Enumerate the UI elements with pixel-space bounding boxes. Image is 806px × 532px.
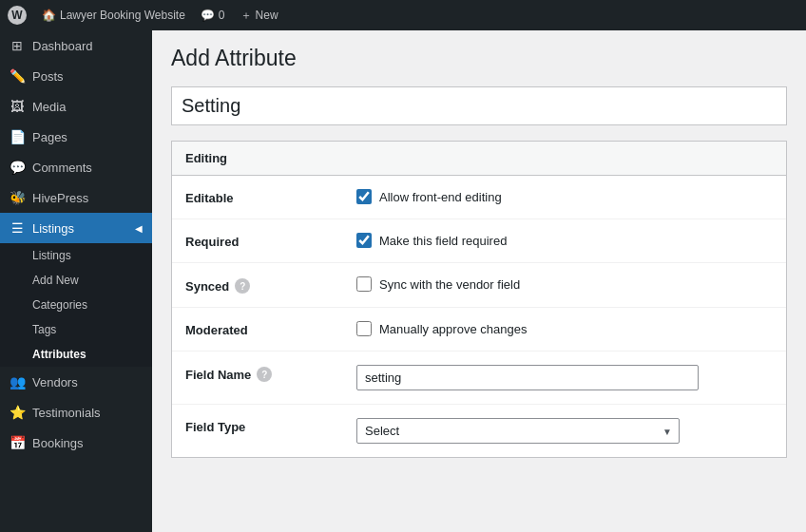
sidebar-item-label: Testimonials	[32, 406, 101, 420]
comments-link[interactable]: 💬 0	[201, 9, 225, 22]
editable-control: Allow front-end editing	[356, 189, 773, 204]
synced-label: Synced ?	[185, 276, 356, 294]
moderated-control: Manually approve changes	[356, 321, 773, 336]
testimonials-icon: ⭐	[10, 405, 25, 420]
synced-checkbox[interactable]	[356, 276, 372, 292]
synced-control: Sync with the vendor field	[356, 276, 773, 292]
sidebar-item-media[interactable]: 🖼 Media	[0, 91, 152, 122]
comments-icon: 💬	[10, 160, 25, 175]
form-row-field-type: Field Type Select Text Textarea Number C…	[172, 405, 786, 457]
sidebar-item-label: Posts	[32, 69, 64, 84]
sidebar-item-label: Comments	[32, 161, 92, 175]
media-icon: 🖼	[10, 99, 25, 114]
home-icon: 🏠	[42, 9, 56, 22]
required-checkbox[interactable]	[356, 233, 372, 248]
submenu-item-categories[interactable]: Categories	[0, 293, 152, 317]
field-name-help-icon[interactable]: ?	[257, 367, 272, 382]
comment-icon: 💬	[201, 9, 215, 22]
form-row-synced: Synced ? Sync with the vendor field	[172, 263, 786, 308]
editable-checkbox-label: Allow front-end editing	[379, 190, 502, 204]
topbar: W 🏠 Lawyer Booking Website 💬 0 ＋ New	[0, 0, 806, 30]
sidebar: ⊞ Dashboard ✏️ Posts 🖼 Media 📄 Pages 💬 C…	[0, 30, 152, 532]
sidebar-item-label: Vendors	[32, 375, 78, 390]
synced-checkbox-label: Sync with the vendor field	[379, 277, 520, 292]
posts-icon: ✏️	[10, 68, 25, 84]
sidebar-item-label: Pages	[32, 130, 67, 144]
sidebar-item-label: Media	[32, 100, 66, 114]
synced-help-icon[interactable]: ?	[235, 278, 250, 294]
site-name-label: Lawyer Booking Website	[60, 9, 185, 22]
form-row-field-name: Field Name ?	[172, 352, 786, 405]
hivepress-icon: 🐝	[10, 190, 25, 205]
moderated-checkbox-label: Manually approve changes	[379, 322, 527, 336]
wp-logo-icon: W	[8, 6, 27, 25]
submenu-item-listings[interactable]: Listings	[0, 243, 152, 268]
sidebar-item-vendors[interactable]: 👥 Vendors	[0, 367, 152, 397]
submenu-item-attributes[interactable]: Attributes	[0, 342, 152, 367]
editing-section: Editing Editable Allow front-end editing…	[171, 141, 787, 458]
field-name-label: Field Name ?	[185, 365, 356, 382]
field-type-select[interactable]: Select Text Textarea Number Checkbox Dat…	[356, 418, 680, 444]
sidebar-item-testimonials[interactable]: ⭐ Testimonials	[0, 397, 152, 428]
vendors-icon: 👥	[10, 374, 25, 390]
form-row-editable: Editable Allow front-end editing	[172, 176, 786, 219]
bookings-icon: 📅	[10, 435, 25, 450]
sidebar-item-comments[interactable]: 💬 Comments	[0, 152, 152, 182]
wp-logo-button[interactable]: W	[8, 6, 27, 25]
submenu-item-tags[interactable]: Tags	[0, 317, 152, 342]
new-label: New	[256, 9, 278, 22]
attribute-name-wrapper	[171, 86, 787, 125]
editable-checkbox[interactable]	[356, 189, 372, 204]
editing-section-header: Editing	[172, 142, 786, 176]
sidebar-item-label: HivePress	[32, 191, 88, 205]
sidebar-item-bookings[interactable]: 📅 Bookings	[0, 428, 152, 458]
comments-count: 0	[219, 9, 225, 22]
sidebar-item-label: Dashboard	[32, 39, 93, 53]
layout: ⊞ Dashboard ✏️ Posts 🖼 Media 📄 Pages 💬 C…	[0, 30, 806, 532]
editable-label: Editable	[185, 189, 356, 205]
required-label: Required	[185, 233, 356, 249]
sidebar-item-pages[interactable]: 📄 Pages	[0, 122, 152, 152]
sidebar-item-dashboard[interactable]: ⊞ Dashboard	[0, 30, 152, 61]
site-name-link[interactable]: 🏠 Lawyer Booking Website	[42, 9, 185, 22]
sidebar-item-label: Bookings	[32, 436, 83, 450]
required-checkbox-label: Make this field required	[379, 234, 507, 248]
field-name-input[interactable]	[356, 365, 699, 390]
field-type-control: Select Text Textarea Number Checkbox Dat…	[356, 418, 773, 444]
field-name-control	[356, 365, 773, 390]
sidebar-item-listings[interactable]: ☰ Listings ◀	[0, 213, 152, 243]
moderated-label: Moderated	[185, 321, 356, 337]
form-row-moderated: Moderated Manually approve changes	[172, 308, 786, 352]
sidebar-item-label: Listings	[32, 221, 74, 236]
submenu-item-add-new[interactable]: Add New	[0, 268, 152, 293]
page-title: Add Attribute	[171, 46, 787, 71]
main-content: Add Attribute Editing Editable Allow fro…	[152, 30, 806, 532]
listings-submenu: Listings Add New Categories Tags Attribu…	[0, 243, 152, 367]
dashboard-icon: ⊞	[10, 38, 25, 53]
sidebar-item-posts[interactable]: ✏️ Posts	[0, 61, 152, 91]
field-type-label: Field Type	[185, 418, 356, 434]
moderated-checkbox[interactable]	[356, 321, 372, 336]
sidebar-item-hivepress[interactable]: 🐝 HivePress	[0, 182, 152, 213]
pages-icon: 📄	[10, 129, 25, 144]
new-content-button[interactable]: ＋ New	[240, 8, 278, 24]
form-row-required: Required Make this field required	[172, 219, 786, 263]
field-type-select-wrapper: Select Text Textarea Number Checkbox Dat…	[356, 418, 680, 444]
chevron-right-icon: ◀	[135, 223, 143, 234]
plus-icon: ＋	[240, 8, 252, 24]
listings-icon: ☰	[10, 220, 25, 236]
required-control: Make this field required	[356, 233, 773, 248]
attribute-name-input[interactable]	[182, 95, 777, 117]
